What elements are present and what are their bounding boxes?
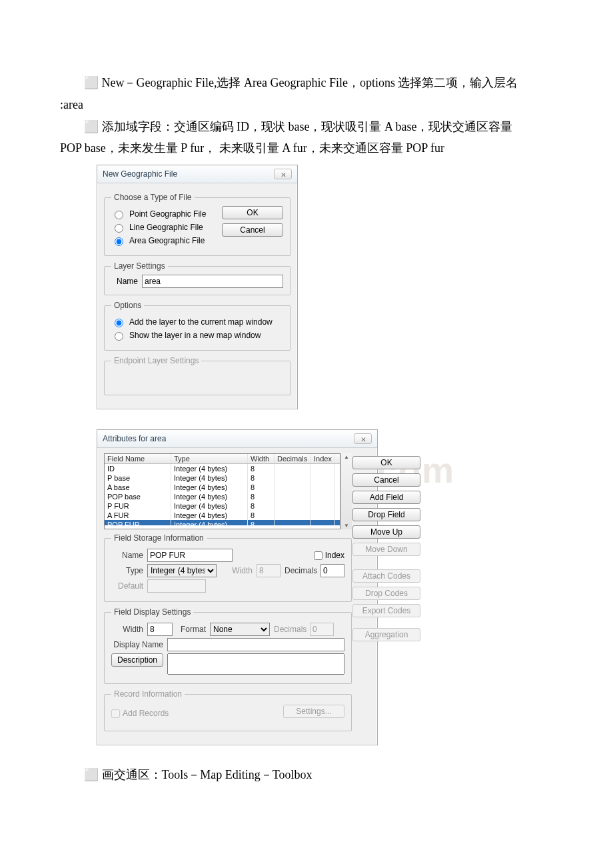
scroll-up-icon[interactable]: ▲	[344, 453, 349, 461]
field-display-group: Field Display Settings Width Format None…	[104, 607, 352, 684]
settings-button: Settings...	[283, 705, 344, 718]
options-group: Options Add the layer to the current map…	[104, 301, 291, 351]
layer-settings-group: Layer Settings Name	[104, 261, 291, 295]
new-geographic-file-dialog: New Geographic File ⨉ Choose a Type of F…	[97, 165, 298, 409]
table-row[interactable]: P baseInteger (4 bytes)8	[105, 473, 340, 483]
fsi-name-label: Name	[111, 551, 143, 560]
table-row[interactable]: IDInteger (4 bytes)8	[105, 464, 340, 473]
export-codes-button: Export Codes	[352, 604, 420, 617]
record-info-group: Record Information Add Records Settings.…	[104, 689, 352, 731]
index-checkbox-label: Index	[325, 551, 344, 560]
col-width: Width	[248, 454, 275, 463]
radio-show-layer-label: Show the layer in a new map window	[129, 331, 261, 340]
record-info-legend: Record Information	[111, 689, 185, 699]
dialog2-titlebar: Attributes for area ⨉	[97, 430, 377, 448]
fsi-decimals-label: Decimals	[285, 566, 316, 575]
ok-button[interactable]: OK	[222, 206, 283, 219]
paragraph-1-line2: :area	[60, 95, 553, 115]
options-legend: Options	[111, 301, 144, 310]
add-field-button[interactable]: Add Field	[352, 491, 420, 504]
radio-area-label: Area Geographic File	[129, 236, 205, 245]
table-row[interactable]: POP FURInteger (4 bytes)8	[105, 520, 340, 525]
move-up-button[interactable]: Move Up	[352, 525, 420, 539]
radio-point-label: Point Geographic File	[129, 209, 206, 219]
close-icon[interactable]: ⨉	[354, 433, 372, 444]
radio-add-layer[interactable]: Add the layer to the current map window	[111, 317, 273, 327]
dialog-titlebar: New Geographic File ⨉	[97, 165, 297, 183]
col-field-name: Field Name	[105, 454, 171, 463]
fds-width-label: Width	[111, 625, 143, 634]
radio-point[interactable]: Point Geographic File	[111, 209, 206, 219]
cancel-button[interactable]: Cancel	[222, 223, 283, 237]
fsi-type-label: Type	[111, 566, 143, 575]
ok-button[interactable]: OK	[352, 456, 420, 469]
table-row[interactable]: POP baseInteger (4 bytes)8	[105, 492, 340, 501]
table-row[interactable]: P FURInteger (4 bytes)8	[105, 501, 340, 511]
add-records-label: Add Records	[123, 709, 169, 718]
endpoint-layer-group: Endpoint Layer Settings	[104, 356, 291, 395]
add-records-checkbox: Add Records	[111, 709, 169, 718]
paragraph-2-line2: POP base，未来发生量 P fur， 未来吸引量 A fur，未来交通区容…	[60, 139, 553, 158]
choose-type-legend: Choose a Type of File	[111, 193, 195, 202]
table-row[interactable]: A baseInteger (4 bytes)8	[105, 483, 340, 492]
layer-settings-legend: Layer Settings	[111, 261, 168, 271]
col-decimals: Decimals	[275, 454, 311, 463]
fds-format-select[interactable]: None	[210, 623, 270, 636]
attributes-dialog: Attributes for area ⨉ Field Name Type Wi…	[97, 429, 378, 745]
radio-line-label: Line Geographic File	[129, 223, 203, 232]
drop-field-button[interactable]: Drop Field	[352, 508, 420, 521]
fsi-width-input	[257, 564, 281, 577]
fds-decimals-label: Decimals	[274, 625, 306, 634]
paragraph-2-line1: ⬜ 添加域字段：交通区编码 ID，现状 base，现状吸引量 A base，现状…	[60, 117, 553, 137]
cancel-button[interactable]: Cancel	[352, 473, 420, 487]
name-label: Name	[111, 277, 138, 286]
fsi-width-label: Width	[221, 566, 253, 575]
fsi-default-input	[147, 579, 206, 593]
col-type: Type	[171, 454, 248, 463]
fds-width-input[interactable]	[147, 623, 173, 636]
choose-type-group: Choose a Type of File Point Geographic F…	[104, 193, 291, 256]
fsi-decimals-input[interactable]	[320, 564, 344, 577]
aggregation-button: Aggregation	[352, 628, 420, 641]
index-checkbox[interactable]: Index	[314, 551, 344, 560]
move-down-button: Move Down	[352, 543, 420, 556]
close-icon[interactable]: ⨉	[274, 169, 292, 179]
description-textarea[interactable]	[167, 653, 344, 675]
table-row[interactable]: A FURInteger (4 bytes)8	[105, 511, 340, 520]
paragraph-3: ⬜ 画交通区：Tools－Map Editing－Toolbox	[60, 765, 553, 785]
scrollbar[interactable]: ▲ ▼	[340, 453, 352, 529]
endpoint-layer-legend: Endpoint Layer Settings	[111, 356, 201, 365]
fsi-type-select[interactable]: Integer (4 bytes	[147, 564, 217, 577]
fds-display-name-label: Display Name	[111, 640, 163, 649]
paragraph-1-line1: ⬜ New－Geographic File,选择 Area Geographic…	[60, 73, 553, 93]
radio-line[interactable]: Line Geographic File	[111, 222, 203, 233]
radio-show-layer[interactable]: Show the layer in a new map window	[111, 330, 261, 341]
description-button[interactable]: Description	[111, 653, 163, 667]
fds-display-name-input[interactable]	[167, 638, 344, 651]
field-list[interactable]: Field Name Type Width Decimals Index IDI…	[104, 453, 340, 529]
fsi-name-input[interactable]	[147, 549, 233, 562]
dialog-title: New Geographic File	[103, 169, 177, 179]
fsi-default-label: Default	[111, 581, 143, 591]
attach-codes-button: Attach Codes	[352, 569, 420, 583]
col-index: Index	[311, 454, 335, 463]
drop-codes-button: Drop Codes	[352, 587, 420, 600]
radio-add-layer-label: Add the layer to the current map window	[129, 317, 273, 327]
scroll-down-icon[interactable]: ▼	[344, 522, 349, 529]
field-storage-group: Field Storage Information Name Index Typ…	[104, 533, 352, 602]
fds-decimals-input	[310, 623, 334, 636]
dialog2-title: Attributes for area	[103, 434, 166, 443]
fds-format-label: Format	[177, 625, 206, 634]
field-display-legend: Field Display Settings	[111, 607, 193, 617]
field-storage-legend: Field Storage Information	[111, 533, 207, 543]
layer-name-input[interactable]	[142, 275, 283, 288]
field-list-header: Field Name Type Width Decimals Index	[105, 454, 340, 464]
radio-area[interactable]: Area Geographic File	[111, 235, 205, 246]
